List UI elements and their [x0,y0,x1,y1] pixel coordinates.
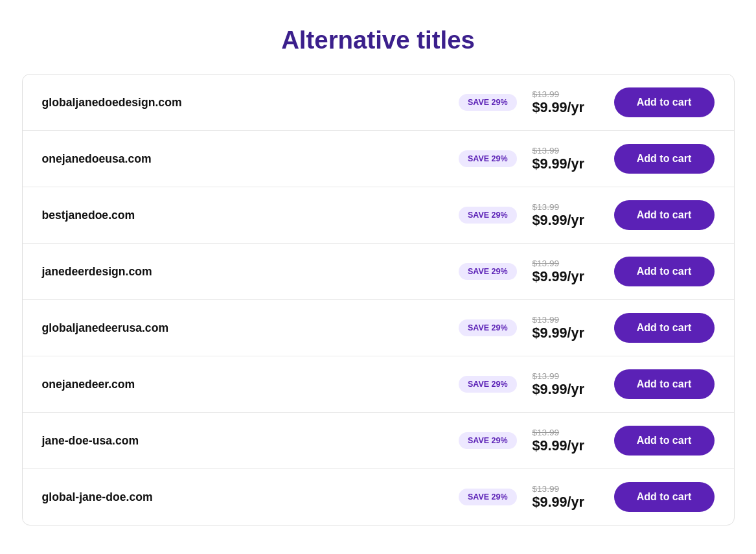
original-price: $13.99 [533,315,560,325]
domain-row: globaljanedoedesign.com SAVE 29% $13.99 … [23,75,734,131]
domain-list: globaljanedoedesign.com SAVE 29% $13.99 … [22,74,735,525]
price-block: $13.99 $9.99/yr [533,428,591,454]
domain-name: jane-doe-usa.com [42,434,459,448]
domain-name: global-jane-doe.com [42,491,459,504]
current-price: $9.99/yr [533,325,584,341]
domain-name: globaljanedoedesign.com [42,96,459,110]
save-badge: SAVE 29% [459,319,516,336]
domain-row: onejanedeer.com SAVE 29% $13.99 $9.99/yr… [23,356,734,413]
original-price: $13.99 [533,146,560,156]
current-price: $9.99/yr [533,494,584,511]
save-badge: SAVE 29% [459,263,516,280]
add-to-cart-button[interactable]: Add to cart [614,200,715,230]
domain-row: bestjanedoe.com SAVE 29% $13.99 $9.99/yr… [23,187,734,244]
domain-name: onejanedeer.com [42,378,459,391]
save-badge: SAVE 29% [459,489,516,505]
original-price: $13.99 [533,202,560,212]
domain-name: janedeerdesign.com [42,265,459,279]
domain-name: onejanedoeusa.com [42,152,459,166]
add-to-cart-button[interactable]: Add to cart [614,144,715,174]
current-price: $9.99/yr [533,156,584,172]
domain-row: global-jane-doe.com SAVE 29% $13.99 $9.9… [23,469,734,525]
domain-name: bestjanedoe.com [42,209,459,222]
save-badge: SAVE 29% [459,432,516,449]
save-badge: SAVE 29% [459,376,516,393]
domain-row: globaljanedeerusa.com SAVE 29% $13.99 $9… [23,300,734,356]
original-price: $13.99 [533,428,560,437]
add-to-cart-button[interactable]: Add to cart [614,426,715,456]
domain-row: jane-doe-usa.com SAVE 29% $13.99 $9.99/y… [23,413,734,469]
price-block: $13.99 $9.99/yr [533,146,591,172]
price-block: $13.99 $9.99/yr [533,202,591,229]
original-price: $13.99 [533,484,560,494]
domain-row: janedeerdesign.com SAVE 29% $13.99 $9.99… [23,244,734,300]
current-price: $9.99/yr [533,381,584,398]
current-price: $9.99/yr [533,437,584,454]
domain-name: globaljanedeerusa.com [42,321,459,335]
original-price: $13.99 [533,89,560,99]
current-price: $9.99/yr [533,212,584,229]
add-to-cart-button[interactable]: Add to cart [614,369,715,399]
domain-row: onejanedoeusa.com SAVE 29% $13.99 $9.99/… [23,131,734,187]
add-to-cart-button[interactable]: Add to cart [614,87,715,117]
add-to-cart-button[interactable]: Add to cart [614,257,715,286]
price-block: $13.99 $9.99/yr [533,484,591,511]
original-price: $13.99 [533,371,560,381]
add-to-cart-button[interactable]: Add to cart [614,482,715,512]
price-block: $13.99 $9.99/yr [533,89,591,116]
save-badge: SAVE 29% [459,94,516,111]
current-price: $9.99/yr [533,99,584,116]
current-price: $9.99/yr [533,268,584,285]
price-block: $13.99 $9.99/yr [533,371,591,398]
add-to-cart-button[interactable]: Add to cart [614,313,715,343]
save-badge: SAVE 29% [459,207,516,224]
page-title: Alternative titles [281,26,475,54]
original-price: $13.99 [533,259,560,268]
save-badge: SAVE 29% [459,150,516,167]
price-block: $13.99 $9.99/yr [533,315,591,341]
price-block: $13.99 $9.99/yr [533,259,591,285]
